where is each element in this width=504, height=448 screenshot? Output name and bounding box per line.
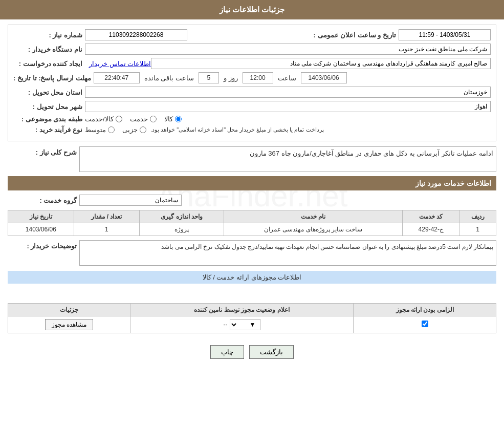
th-vaziat: اعلام وضعیت مجوز توسط نامین کننده (130, 304, 354, 316)
radio-group-farayand: متوسط جزیی (85, 126, 146, 134)
mojavez-link-title[interactable]: اطلاعات مجوزهای ارائه خدمت / کالا (8, 271, 496, 284)
label-group: گروه خدمت : (8, 197, 79, 204)
input-group[interactable] (79, 195, 182, 206)
radio-kalaKhadamat: کالا/خدمت (85, 115, 122, 123)
mojavez-table: الزامی بودن ارائه مجوز اعلام وضعیت مجوز … (8, 303, 496, 333)
label-time: ساعت (275, 74, 299, 82)
cell-namKhadamat: ساخت سایر پروژه‌های مهندسی عمران (224, 223, 402, 236)
label-mottasat: متوسط (85, 126, 106, 134)
radio-kalaKhadamat-input[interactable] (116, 116, 122, 122)
radio-mottasat: متوسط (85, 126, 115, 134)
label-shomareNiaz: شماره نیاز : (13, 31, 85, 39)
label-noFarayand: نوع فرآیند خرید : (13, 126, 85, 134)
label-ijadKonande: ایجاد کننده درخواست : (13, 60, 85, 68)
cell-vahed: پروژه (140, 223, 224, 236)
button-row: بازگشت چاپ (8, 337, 496, 367)
label-toseih: توضیحات خریدار : (8, 240, 79, 250)
back-button[interactable]: بازگشت (249, 345, 294, 359)
input-tarikhAelan[interactable] (399, 29, 491, 40)
input-shomareNiaz[interactable] (85, 29, 187, 40)
deadline-date-val: 1403/06/06 (301, 72, 347, 83)
label-khadamat: خدمت (130, 115, 148, 123)
th-joziat: جزئیات (8, 304, 130, 316)
row-group: گروه خدمت : (8, 195, 496, 206)
cell-vaziat: ▼ -- (130, 316, 354, 333)
farayand-desc: پرداخت تمام یا بخشی از مبلغ خریدار محل "… (150, 126, 324, 133)
label-ostanTahvil: استان محل تحویل : (13, 89, 85, 96)
list-item: ▼ -- مشاهده مجوز (8, 316, 496, 333)
row-ijadKonande: ایجاد کننده درخواست : اطلاعات تماس خریدا… (13, 58, 491, 69)
input-ostanTahvil[interactable] (85, 87, 491, 98)
row-ostanTahvil: استان محل تحویل : (13, 87, 491, 98)
label-tabaqe: طبقه بندی موضوعی : (13, 115, 85, 123)
page-title: جزئیات اطلاعات نیاز (0, 0, 504, 19)
radio-kala: کالا (164, 115, 182, 123)
toseih-value: پیمانکار لازم است 5درصد مبلغ پیشنهادی را… (79, 240, 496, 266)
label-remaining: ساعت باقی مانده (142, 74, 196, 82)
mojavez-link-label: اطلاعات مجوزهای ارائه خدمت / کالا (203, 273, 302, 281)
label-mohlat: مهلت ارسال پاسخ: تا تاریخ : (13, 74, 94, 82)
main-content: AnaFinder.net شماره نیاز : تاریخ و ساعت … (0, 19, 504, 372)
th-radif: ردیف (459, 210, 496, 223)
cell-radif: 1 (459, 223, 496, 236)
deadline-time-val: 12:00 (243, 72, 273, 83)
radio-group-tabaqe: کالا/خدمت خدمت کالا (85, 115, 182, 123)
table-row: 1 ج-42-429 ساخت سایر پروژه‌های مهندسی عم… (8, 223, 496, 236)
cell-tarikh: 1403/06/06 (8, 223, 74, 236)
row-shahrTahvil: شهر محل تحویل : (13, 101, 491, 112)
row-tabaqe: طبقه بندی موضوعی : کالا/خدمت خدمت کالا (13, 115, 491, 123)
header-title: جزئیات اطلاعات نیاز (220, 5, 284, 14)
info-block: شماره نیاز : تاریخ و ساعت اعلان عمومی : … (8, 25, 496, 141)
deadline-days: 5 (199, 72, 219, 83)
th-vahed: واحد اندازه گیری (140, 210, 224, 223)
row-shomareNiaz: شماره نیاز : تاریخ و ساعت اعلان عمومی : (13, 29, 491, 40)
label-jazii: جزیی (122, 126, 138, 134)
row-namDasgah: نام دستگاه خریدار : (13, 44, 491, 55)
cell-kodKhadamat: ج-42-429 (403, 223, 459, 236)
deadline-remaining: 22:40:47 (94, 72, 140, 83)
row-sharh: شرح کلی نیاز : ادامه عملیات تانکر آبرسان… (8, 146, 496, 172)
cell-tedad: 1 (74, 223, 140, 236)
label-tarikhAelan: تاریخ و ساعت اعلان عمومی : (310, 31, 399, 39)
khadamat-table: ردیف کد خدمت نام خدمت واحد اندازه گیری ت… (8, 210, 496, 236)
radio-khadamat-input[interactable] (150, 116, 157, 122)
row-toseih: توضیحات خریدار : پیمانکار لازم است 5درصد… (8, 240, 496, 266)
th-kodKhadamat: کد خدمت (403, 210, 459, 223)
label-kalaKhadamat: کالا/خدمت (85, 115, 114, 123)
th-elzami: الزامی بودن ارائه مجوز (354, 304, 496, 316)
th-tedad: تعداد / مقدار (74, 210, 140, 223)
radio-khadamat: خدمت (130, 115, 157, 123)
input-shahrTahvil[interactable] (85, 101, 491, 112)
view-mojavez-button[interactable]: مشاهده مجوز (45, 319, 93, 330)
radio-jazii-input[interactable] (140, 126, 146, 133)
vaziat-value: -- (224, 321, 228, 328)
checkbox-elzami[interactable] (422, 321, 428, 327)
radio-mottasat-input[interactable] (108, 126, 115, 133)
label-namDasgah: نام دستگاه خریدار : (13, 46, 85, 53)
radio-jazii: جزیی (122, 126, 146, 134)
row-noFarayand: نوع فرآیند خرید : متوسط جزیی (13, 126, 491, 134)
sharh-value: ادامه عملیات تانکر آبرسانی به دکل های حف… (79, 146, 496, 172)
label-sharh: شرح کلی نیاز : (8, 146, 79, 156)
link-ijadKonande[interactable]: اطلاعات تماس خریدار (89, 60, 151, 68)
input-ijadKonande[interactable] (151, 58, 491, 69)
input-namDasgah[interactable] (85, 44, 491, 55)
cell-joziat: مشاهده مجوز (8, 316, 130, 333)
radio-kala-input[interactable] (175, 116, 182, 122)
page-wrapper: جزئیات اطلاعات نیاز AnaFinder.net شماره … (0, 0, 504, 448)
th-namKhadamat: نام خدمت (224, 210, 402, 223)
cell-elzami (354, 316, 496, 333)
row-mohlat: مهلت ارسال پاسخ: تا تاریخ : 22:40:47 ساع… (13, 72, 491, 83)
content-area: شماره نیاز : تاریخ و ساعت اعلان عمومی : … (8, 25, 496, 367)
print-button[interactable]: چاپ (210, 345, 244, 359)
label-kala: کالا (164, 115, 173, 123)
label-days: روز و (221, 74, 240, 82)
label-shahrTahvil: شهر محل تحویل : (13, 103, 85, 111)
khadamat-title: اطلاعات خدمات مورد نیاز (8, 176, 496, 190)
select-vaziat[interactable]: ▼ (230, 319, 260, 330)
th-tarikh: تاریخ نیاز (8, 210, 74, 223)
